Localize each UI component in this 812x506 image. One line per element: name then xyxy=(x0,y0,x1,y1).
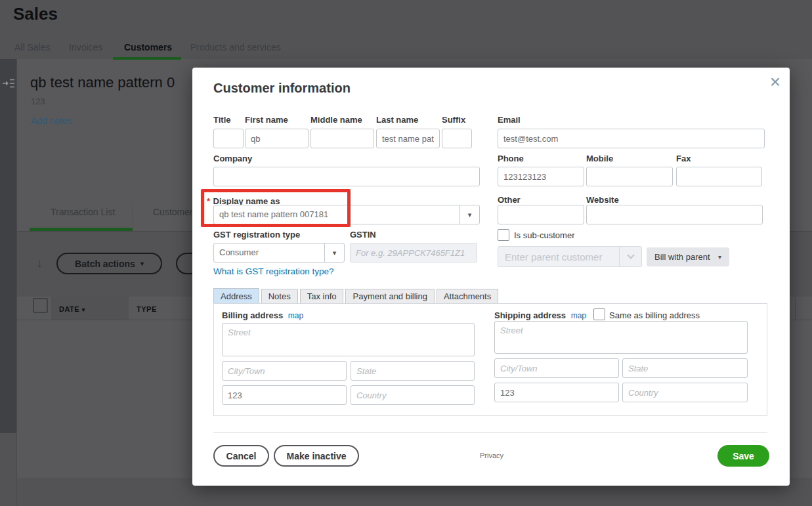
nav-tab-invoices[interactable]: Invoices xyxy=(69,42,102,53)
tab-transaction-list[interactable]: Transaction List xyxy=(51,207,115,217)
page-title: Sales xyxy=(13,4,58,24)
tab-customer-details[interactable]: Customer xyxy=(153,207,193,217)
gst-help-link[interactable]: What is GST registration type? xyxy=(213,266,334,276)
expand-sidebar-icon[interactable] xyxy=(2,78,15,91)
gstin-label: GSTIN xyxy=(350,230,376,240)
display-name-caret-icon[interactable]: ▾ xyxy=(459,205,479,224)
gst-type-caret-icon[interactable]: ▾ xyxy=(324,243,344,262)
add-notes-link[interactable]: Add notes xyxy=(31,116,72,126)
billing-postal-input[interactable] xyxy=(222,385,347,405)
active-nav-underline xyxy=(113,57,181,60)
footer-divider xyxy=(213,432,767,432)
website-input[interactable] xyxy=(586,205,763,224)
mobile-label: Mobile xyxy=(586,154,613,163)
parent-customer-chevron-icon xyxy=(619,247,641,266)
screen: Sales All Sales Invoices Customers Produ… xyxy=(0,0,812,506)
last-name-input[interactable] xyxy=(376,129,440,148)
last-name-label: Last name xyxy=(376,115,418,125)
cancel-button[interactable]: Cancel xyxy=(213,445,269,467)
is-sub-customer-label: Is sub-customer xyxy=(514,230,574,240)
modal-tab-bar: Address Notes Tax info Payment and billi… xyxy=(213,288,500,304)
nav-tab-customers[interactable]: Customers xyxy=(124,42,172,53)
bill-with-parent-caret-icon: ▾ xyxy=(718,253,721,261)
display-name-value: qb test name pattern 007181 xyxy=(219,209,328,219)
date-header-label: DATE xyxy=(59,305,79,313)
tab-tax-info[interactable]: Tax info xyxy=(300,289,344,304)
shipping-city-input[interactable] xyxy=(494,358,619,378)
billing-country-input[interactable] xyxy=(351,385,475,405)
billing-map-link[interactable]: map xyxy=(288,311,303,320)
display-name-combobox[interactable]: qb test name pattern 007181 ▾ xyxy=(213,205,480,224)
customer-name-heading: qb test name pattern 0 xyxy=(30,74,175,91)
select-all-checkbox[interactable] xyxy=(33,298,48,313)
shipping-country-input[interactable] xyxy=(622,383,748,402)
shipping-map-link[interactable]: map xyxy=(571,311,586,320)
caret-down-icon: ▾ xyxy=(140,260,144,267)
billing-address-label: Billing address map xyxy=(222,310,303,320)
tab-divider xyxy=(132,203,133,222)
customer-information-modal: Customer information × Title First name … xyxy=(192,68,790,486)
title-label: Title xyxy=(213,115,231,125)
company-label: Company xyxy=(213,154,252,163)
tab-notes[interactable]: Notes xyxy=(261,289,298,304)
suffix-label: Suffix xyxy=(442,115,465,125)
parent-customer-placeholder: Enter parent customer xyxy=(505,251,616,263)
close-icon[interactable]: × xyxy=(770,72,780,93)
required-asterisk: * xyxy=(207,196,210,206)
batch-actions-button[interactable]: Batch actions ▾ xyxy=(56,253,162,274)
middle-name-label: Middle name xyxy=(310,115,362,125)
batch-actions-label: Batch actions xyxy=(75,259,135,269)
sort-caret-icon: ▾ xyxy=(82,306,85,313)
collapsed-sidebar-rail xyxy=(0,59,16,433)
same-as-billing-label: Same as billing address xyxy=(609,310,700,320)
bill-with-parent-value: Bill with parent xyxy=(654,252,710,262)
tab-address[interactable]: Address xyxy=(213,288,259,304)
tab-attachments[interactable]: Attachments xyxy=(437,289,498,304)
gst-type-value: Consumer xyxy=(219,247,259,257)
billing-city-input[interactable] xyxy=(222,361,347,381)
table-header-date[interactable]: DATE ▾ xyxy=(59,305,85,313)
save-button[interactable]: Save xyxy=(717,445,769,467)
customer-subtitle: 123 xyxy=(31,96,45,106)
email-label: Email xyxy=(498,115,521,125)
other-label: Other xyxy=(498,195,521,205)
other-input[interactable] xyxy=(498,205,584,224)
sidebar-divider xyxy=(16,59,17,506)
modal-title: Customer information xyxy=(213,81,351,96)
table-column-divider xyxy=(795,299,796,320)
email-input[interactable] xyxy=(498,129,765,148)
shipping-street-input[interactable] xyxy=(494,321,748,354)
suffix-input[interactable] xyxy=(442,129,472,148)
shipping-postal-input[interactable] xyxy=(494,383,619,402)
website-label: Website xyxy=(586,195,619,205)
is-sub-customer-checkbox[interactable] xyxy=(498,229,509,241)
privacy-link[interactable]: Privacy xyxy=(480,452,503,459)
phone-label: Phone xyxy=(498,154,524,163)
company-input[interactable] xyxy=(213,167,480,186)
shipping-state-input[interactable] xyxy=(622,358,748,378)
shipping-address-label: Shipping address map xyxy=(494,310,586,320)
address-panel: Billing address map Shipping address map… xyxy=(213,303,767,416)
nav-tab-all-sales[interactable]: All Sales xyxy=(14,42,50,53)
billing-state-input[interactable] xyxy=(351,361,475,381)
mobile-input[interactable] xyxy=(586,167,673,186)
sort-icon[interactable]: ↓ xyxy=(36,255,43,270)
parent-customer-combobox: Enter parent customer xyxy=(498,246,642,267)
fax-label: Fax xyxy=(676,154,691,163)
middle-name-input[interactable] xyxy=(310,129,374,148)
tab-payment-and-billing[interactable]: Payment and billing xyxy=(345,289,434,304)
billing-street-input[interactable] xyxy=(222,323,475,356)
table-header-type[interactable]: TYPE xyxy=(137,305,157,313)
first-name-input[interactable] xyxy=(245,129,309,148)
gst-type-select[interactable]: Consumer ▾ xyxy=(213,243,345,263)
title-input[interactable] xyxy=(213,129,244,148)
fax-input[interactable] xyxy=(676,167,762,186)
first-name-label: First name xyxy=(245,115,288,125)
make-inactive-button[interactable]: Make inactive xyxy=(274,445,359,467)
gst-type-label: GST registration type xyxy=(213,230,300,240)
same-as-billing-checkbox[interactable] xyxy=(593,308,605,320)
phone-input[interactable] xyxy=(498,167,584,186)
gstin-input[interactable] xyxy=(350,243,477,263)
nav-tab-products-services[interactable]: Products and services xyxy=(190,42,281,53)
bill-with-parent-select[interactable]: Bill with parent ▾ xyxy=(647,247,729,266)
